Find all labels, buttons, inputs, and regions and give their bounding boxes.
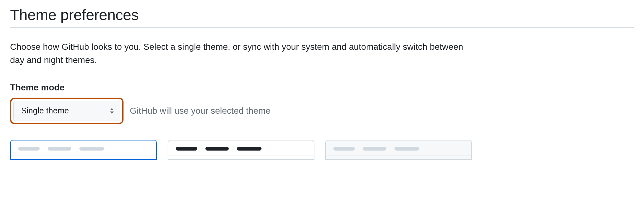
theme-mode-row: Single theme GitHub will use your select… — [10, 98, 634, 124]
theme-card-light-dimmed[interactable] — [325, 140, 472, 160]
preview-pill — [205, 147, 229, 151]
theme-card-dark-default[interactable] — [168, 140, 314, 160]
theme-mode-select-highlight: Single theme — [10, 98, 124, 124]
theme-card-header — [11, 140, 156, 156]
preview-pill — [176, 147, 197, 151]
page-description: Choose how GitHub looks to you. Select a… — [10, 40, 470, 67]
preview-pill — [333, 147, 355, 151]
theme-card-light-default[interactable] — [10, 140, 157, 160]
theme-card-body — [11, 156, 156, 159]
title-divider — [10, 27, 634, 28]
preview-pill — [394, 147, 419, 151]
theme-card-body — [168, 156, 314, 159]
preview-pill — [363, 147, 386, 151]
theme-cards-container — [10, 140, 634, 160]
theme-mode-select[interactable]: Single theme — [13, 101, 120, 121]
preview-pill — [237, 147, 262, 151]
preview-pill — [18, 147, 40, 151]
theme-mode-label: Theme mode — [10, 83, 634, 93]
theme-mode-helper: GitHub will use your selected theme — [130, 106, 271, 116]
theme-mode-select-wrapper: Single theme — [13, 101, 120, 121]
theme-card-header — [326, 140, 471, 156]
page-title: Theme preferences — [10, 6, 634, 24]
preview-pill — [79, 147, 104, 151]
theme-card-header — [168, 140, 314, 156]
theme-card-body — [326, 156, 471, 159]
preview-pill — [48, 147, 71, 151]
